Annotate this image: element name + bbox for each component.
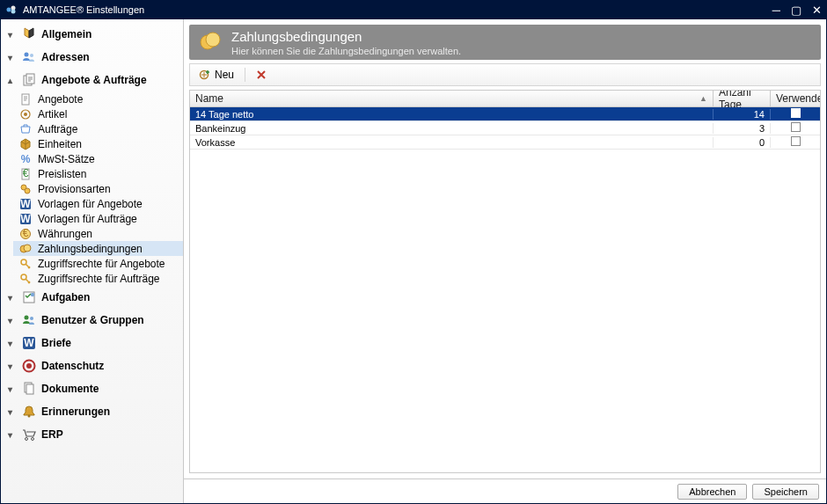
- nav-item-label: Provisionsarten: [38, 183, 111, 195]
- nav-group-label: Datenschutz: [41, 360, 104, 372]
- svg-point-4: [30, 54, 33, 57]
- svg-point-31: [26, 363, 32, 369]
- cell-name: Bankeinzug: [190, 123, 714, 134]
- payment-banner-icon: [198, 30, 223, 55]
- nav-item-label: Zugriffsrechte für Angebote: [38, 258, 165, 270]
- nav-group-briefe[interactable]: ▾WBriefe: [1, 332, 183, 354]
- article-icon: [18, 107, 33, 121]
- nav-item-artikel[interactable]: Artikel: [13, 106, 183, 121]
- app-icon: [5, 4, 18, 16]
- nav-group-erp[interactable]: ▾ERP: [1, 423, 183, 446]
- checkbox-icon[interactable]: [791, 122, 801, 132]
- grid-header: Name ▲ Anzahl Tage Verwendet: [190, 91, 820, 107]
- percent-icon: %: [18, 152, 33, 166]
- nav-item-label: Artikel: [38, 108, 67, 121]
- column-header-used[interactable]: Verwendet: [771, 91, 820, 106]
- banner-title: Zahlungsbedingungen: [231, 29, 461, 44]
- nav-item-vorlagen-f-r-angebote[interactable]: WVorlagen für Angebote: [13, 196, 183, 211]
- addresses-icon: [22, 50, 36, 64]
- svg-point-26: [25, 316, 29, 320]
- arrow-down-icon: ▾: [8, 407, 18, 417]
- cell-used: [771, 108, 820, 120]
- svg-text:W: W: [20, 198, 31, 210]
- cell-name: 14 Tage netto: [190, 109, 714, 120]
- table-row[interactable]: Vorkasse0: [190, 135, 820, 150]
- save-button[interactable]: Speichern: [752, 484, 819, 500]
- nav-group-label: Allgemein: [41, 28, 91, 40]
- toolbar: Neu: [189, 63, 821, 86]
- nav-item-einheiten[interactable]: Einheiten: [13, 136, 183, 151]
- reminders-icon: [22, 405, 36, 419]
- column-header-name[interactable]: Name ▲: [190, 91, 714, 106]
- nav-group-angebote-auftr-ge[interactable]: ▴Angebote & Aufträge: [1, 69, 183, 91]
- nav-group-label: Dokumente: [41, 383, 99, 395]
- cancel-button[interactable]: Abbrechen: [677, 484, 747, 500]
- nav-item-vorlagen-f-r-auftr-ge[interactable]: WVorlagen für Aufträge: [13, 211, 183, 226]
- minimize-button[interactable]: ─: [772, 4, 780, 16]
- checkbox-icon[interactable]: [791, 136, 801, 146]
- svg-point-34: [28, 415, 31, 418]
- svg-rect-33: [26, 384, 33, 394]
- nav-group-label: Benutzer & Gruppen: [41, 314, 144, 326]
- table-row[interactable]: 14 Tage netto14: [190, 107, 820, 121]
- nav-item-preislisten[interactable]: €Preislisten: [13, 166, 183, 181]
- svg-point-38: [206, 33, 220, 47]
- cell-days: 14: [714, 109, 771, 120]
- svg-point-35: [26, 438, 28, 441]
- nav-group-benutzer-gruppen[interactable]: ▾Benutzer & Gruppen: [1, 309, 183, 332]
- key-icon: [18, 272, 33, 286]
- nav-group-aufgaben[interactable]: ▾Aufgaben: [1, 286, 183, 309]
- nav-item-zugriffsrechte-f-r-angebote[interactable]: Zugriffsrechte für Angebote: [13, 256, 183, 271]
- nav-group-erinnerungen[interactable]: ▾Erinnerungen: [1, 400, 183, 423]
- currency-icon: €: [18, 227, 33, 241]
- nav-item-zahlungsbedingungen[interactable]: Zahlungsbedingungen: [13, 241, 183, 256]
- nav-group-dokumente[interactable]: ▾Dokumente: [1, 377, 183, 400]
- sort-asc-icon: ▲: [699, 94, 707, 103]
- table-row[interactable]: Bankeinzug3: [190, 121, 820, 135]
- nav-item-angebote[interactable]: Angebote: [13, 91, 183, 106]
- svg-text:€: €: [23, 228, 29, 239]
- toolbar-separator: [245, 68, 245, 82]
- footer: Abbrechen Speichern: [184, 478, 826, 503]
- checkbox-icon[interactable]: [791, 108, 801, 118]
- banner: Zahlungsbedingungen Hier können Sie die …: [189, 25, 821, 60]
- nav-group-allgemein[interactable]: ▾Allgemein: [1, 23, 183, 46]
- close-button[interactable]: ✕: [812, 4, 822, 16]
- arrow-down-icon: ▾: [8, 53, 18, 62]
- nav-group-datenschutz[interactable]: ▾Datenschutz: [1, 354, 183, 377]
- cell-used: [771, 122, 820, 134]
- svg-point-36: [32, 438, 34, 441]
- gear-plus-icon: [199, 69, 211, 81]
- column-header-days[interactable]: Anzahl Tage: [714, 91, 771, 106]
- svg-point-27: [30, 317, 33, 320]
- main-panel: Zahlungsbedingungen Hier können Sie die …: [184, 19, 826, 503]
- nav-group-label: Aufgaben: [41, 291, 90, 303]
- nav-item-label: MwSt-Sätze: [38, 153, 95, 165]
- users-icon: [22, 313, 36, 327]
- nav-item-mwst-s-tze[interactable]: %MwSt-Sätze: [13, 151, 183, 166]
- svg-point-9: [24, 113, 27, 116]
- nav-group-label: Angebote & Aufträge: [41, 74, 147, 86]
- arrow-down-icon: ▾: [8, 430, 18, 440]
- commission-icon: [18, 182, 33, 196]
- nav-group-label: Erinnerungen: [41, 405, 110, 418]
- documents-icon: [22, 382, 36, 396]
- nav-item-label: Vorlagen für Angebote: [38, 198, 143, 210]
- nav-item-provisionsarten[interactable]: Provisionsarten: [13, 181, 183, 196]
- banner-subtitle: Hier können Sie die Zahlungsbedingungen …: [231, 46, 461, 56]
- letters-icon: W: [22, 336, 36, 350]
- arrow-up-icon: ▴: [8, 76, 18, 85]
- arrow-down-icon: ▾: [8, 339, 18, 348]
- arrow-down-icon: ▾: [8, 30, 18, 40]
- nav-group-adressen[interactable]: ▾Adressen: [1, 46, 183, 69]
- nav-item-zugriffsrechte-f-r-auftr-ge[interactable]: Zugriffsrechte für Aufträge: [13, 271, 183, 286]
- maximize-button[interactable]: ▢: [791, 4, 801, 16]
- nav-item-w-hrungen[interactable]: €Währungen: [13, 226, 183, 241]
- nav-group-label: Briefe: [41, 337, 71, 349]
- delete-button[interactable]: [252, 68, 270, 82]
- sidebar: ▾Allgemein▾Adressen▴Angebote & AufträgeA…: [1, 19, 184, 503]
- new-button[interactable]: Neu: [195, 67, 238, 83]
- nav-item-auftr-ge[interactable]: Aufträge: [13, 121, 183, 136]
- nav-item-label: Währungen: [38, 228, 92, 240]
- cell-days: 3: [714, 123, 771, 134]
